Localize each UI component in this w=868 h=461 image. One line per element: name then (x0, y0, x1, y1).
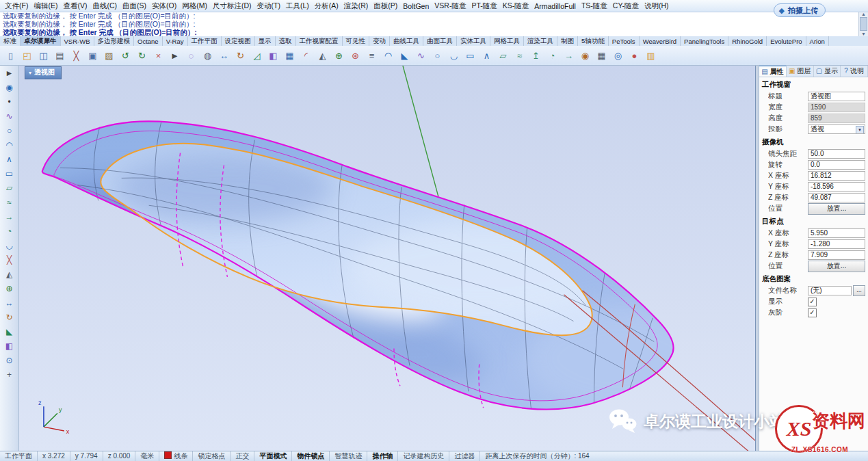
layers-icon[interactable]: ▥ (643, 48, 659, 64)
cut-icon[interactable]: ╳ (68, 48, 84, 64)
undo-icon[interactable]: ↺ (118, 48, 133, 64)
freeform-curve-icon[interactable]: ∿ (1, 109, 17, 123)
units-label[interactable]: 毫米 (135, 451, 159, 461)
wallpaper-file-field[interactable]: (无) (808, 286, 852, 295)
tab-panelingtools[interactable]: PanelingTools (681, 36, 728, 46)
target-y-field[interactable]: -1.280 (808, 239, 865, 249)
print-icon[interactable]: ▤ (52, 48, 68, 64)
command-scrollbar[interactable]: ▲ ▼ (858, 12, 868, 36)
rotate-icon[interactable]: ↻ (233, 48, 248, 64)
target-place-button[interactable]: 放置... (808, 261, 865, 272)
menu-transform[interactable]: 变动(T) (254, 1, 283, 12)
menu-armadillofull[interactable]: ArmadilloFull (531, 1, 579, 11)
rotate-icon[interactable]: ↻ (1, 311, 17, 324)
focal-field[interactable]: 50.0 (808, 149, 865, 159)
menu-tools[interactable]: 工具(L) (283, 1, 312, 12)
tab-octane[interactable]: Octane (134, 36, 163, 46)
mirror-icon[interactable]: ◧ (1, 339, 17, 353)
tab-surface-tools[interactable]: 曲面工具 (423, 36, 457, 46)
camera-z-field[interactable]: 49.087 (808, 193, 865, 202)
tab-vsr-wb[interactable]: VSR-WB (61, 36, 94, 46)
tab-viewport-layout[interactable]: 工作视窗配置 (296, 36, 343, 46)
rectangle-icon[interactable]: ▭ (1, 167, 17, 181)
tab-5axis[interactable]: 5轴功能 (578, 36, 609, 46)
tab-curve-tools[interactable]: 曲线工具 (390, 36, 423, 46)
menu-edit[interactable]: 编辑(E) (31, 1, 60, 12)
current-layer[interactable]: 线条 (159, 451, 193, 461)
arc-icon[interactable]: ◠ (1, 138, 17, 152)
render-icon[interactable]: ● (627, 48, 642, 64)
paste-icon[interactable]: ▨ (101, 48, 117, 64)
viewport-perspective[interactable]: x y z ▾ 透视图 (18, 65, 756, 451)
split-icon[interactable]: ◭ (315, 48, 330, 64)
toggle-ortho[interactable]: 正交 (231, 451, 254, 461)
save-icon[interactable]: ◫ (36, 48, 51, 64)
trim-icon[interactable]: ╳ (1, 253, 17, 267)
curve-icon[interactable]: ∿ (413, 48, 429, 64)
menu-help[interactable]: 说明(H) (642, 1, 672, 12)
tab-arion[interactable]: Arion (806, 36, 829, 46)
viewport-tab[interactable]: ▾ 透视图 (25, 66, 62, 79)
select-icon[interactable]: ► (167, 48, 183, 64)
tab-display[interactable]: 显示 (255, 36, 276, 46)
panel-tab-display[interactable]: ▢ 显示 (814, 65, 841, 77)
panel-tab-help[interactable]: ? 说明 (841, 65, 868, 77)
tab-polymodeling[interactable]: 多边形建模 (94, 36, 135, 46)
toggle-grid-snap[interactable]: 锁定格点 (193, 451, 231, 461)
menu-view[interactable]: 查看(V) (60, 1, 90, 12)
toggle-filter[interactable]: 过滤器 (449, 451, 480, 461)
join-icon[interactable]: ⊕ (331, 48, 347, 64)
explode-icon[interactable]: ⊛ (347, 48, 363, 64)
browse-button[interactable]: ... (853, 285, 865, 296)
chevron-down-icon[interactable]: ▼ (856, 126, 864, 134)
scroll-up-icon[interactable]: ▲ (861, 12, 866, 16)
menu-mesh[interactable]: 网格(M) (179, 1, 210, 12)
menu-panels[interactable]: 面板(P) (371, 1, 400, 12)
circle-icon[interactable]: ○ (1, 124, 17, 137)
new-file-icon[interactable]: ▯ (3, 48, 18, 64)
arc-icon[interactable]: ◡ (446, 48, 462, 64)
pan-icon[interactable]: + (1, 368, 17, 382)
zoom-icon[interactable]: ⊙ (1, 354, 17, 367)
mirror-icon[interactable]: ◧ (265, 48, 281, 64)
join-icon[interactable]: ⊕ (1, 282, 17, 295)
revolve-icon[interactable]: ◔ (1, 224, 17, 238)
polyline-icon[interactable]: ∧ (1, 153, 17, 166)
tab-solid-tools[interactable]: 实体工具 (457, 36, 490, 46)
copy-icon[interactable]: ▣ (85, 48, 101, 64)
sweep-icon[interactable]: → (1, 210, 17, 224)
boolean-icon[interactable]: ◉ (577, 48, 593, 64)
tab-rhinogold[interactable]: RhinoGold (728, 36, 767, 46)
rectangle-icon[interactable]: ▭ (462, 48, 478, 64)
scroll-down-icon[interactable]: ▼ (861, 31, 866, 36)
revolve-icon[interactable]: ◔ (544, 48, 560, 64)
tab-vray[interactable]: V-Ray (163, 36, 188, 46)
point-icon[interactable]: • (1, 95, 17, 109)
lasso-icon[interactable]: ◌ (183, 48, 199, 64)
tab-petools[interactable]: PeTools (609, 36, 640, 46)
menu-boltgen[interactable]: BoltGen (400, 1, 432, 11)
open-file-icon[interactable]: ◰ (19, 48, 35, 64)
upload-button[interactable]: ◆ 拍摄上传 (774, 3, 826, 17)
menu-surface[interactable]: 曲面(S) (120, 1, 149, 12)
tab-weaverbird[interactable]: WeaverBird (640, 36, 681, 46)
menu-solid[interactable]: 实体(O) (149, 1, 179, 12)
menu-file[interactable]: 文件(F) (2, 1, 31, 12)
viewport-canvas[interactable]: x y z (19, 66, 755, 451)
command-prompt[interactable]: 选取要复制的边缘， 按 Enter 完成 （目的图层(O)=目前的）: (0, 28, 868, 36)
camera-y-field[interactable]: -18.596 (808, 182, 865, 192)
mesh-icon[interactable]: ▦ (594, 48, 609, 64)
offset-icon[interactable]: ≡ (364, 48, 380, 64)
menu-ks[interactable]: KS-随意 (500, 1, 532, 12)
analyze-icon[interactable]: ◎ (610, 48, 626, 64)
move-icon[interactable]: ↔ (1, 296, 17, 310)
scale-icon[interactable]: ◿ (249, 48, 265, 64)
camera-place-button[interactable]: 放置... (808, 203, 865, 215)
menu-pt[interactable]: PT-随意 (469, 1, 499, 12)
loft-icon[interactable]: ≈ (512, 48, 527, 64)
projection-dropdown[interactable]: 透视 ▼ (808, 124, 865, 134)
toggle-osnap[interactable]: 物件锁点 (292, 451, 330, 461)
toggle-planar[interactable]: 平面模式 (254, 451, 292, 461)
target-x-field[interactable]: 5.950 (808, 228, 865, 238)
tab-standard[interactable]: 标准 (0, 36, 21, 46)
